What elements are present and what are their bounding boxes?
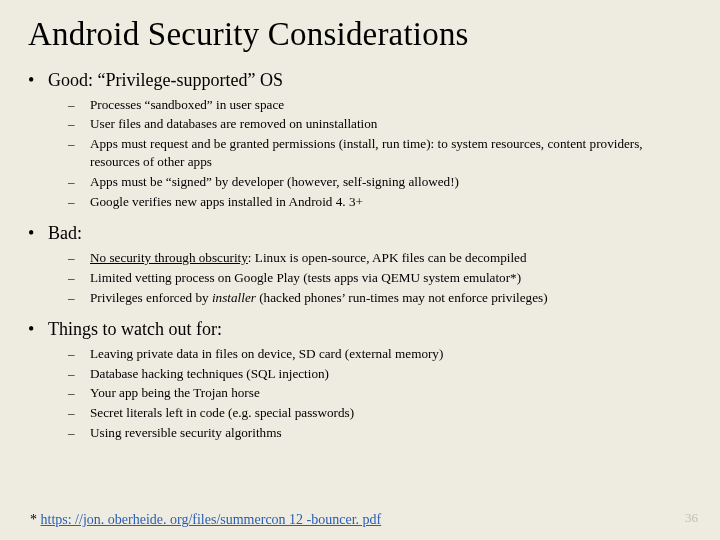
bullet-icon: • xyxy=(28,224,48,242)
list-item: –Using reversible security algorithms xyxy=(68,424,692,444)
list-item: –No security through obscurity: Linux is… xyxy=(68,249,692,269)
sub-list: –No security through obscurity: Linux is… xyxy=(68,249,692,308)
footnote-prefix: * xyxy=(30,512,41,527)
list-item: –Apps must request and be granted permis… xyxy=(68,135,692,173)
item-text: User files and databases are removed on … xyxy=(90,115,377,133)
dash-icon: – xyxy=(68,290,90,306)
list-item: –Apps must be “signed” by developer (how… xyxy=(68,173,692,193)
bullet-icon: • xyxy=(28,71,48,89)
dash-icon: – xyxy=(68,116,90,132)
list-item: –Google verifies new apps installed in A… xyxy=(68,193,692,213)
item-text: Leaving private data in files on device,… xyxy=(90,345,443,363)
dash-icon: – xyxy=(68,97,90,113)
section-good: • Good: “Privilege-supported” OS –Proces… xyxy=(28,69,692,212)
item-text: No security through obscurity: Linux is … xyxy=(90,249,527,267)
item-text: Using reversible security algorithms xyxy=(90,424,282,442)
dash-icon: – xyxy=(68,385,90,401)
section-heading: Bad: xyxy=(48,222,82,245)
slide-title: Android Security Considerations xyxy=(28,16,692,53)
dash-icon: – xyxy=(68,425,90,441)
item-text: Limited vetting process on Google Play (… xyxy=(90,269,521,287)
list-item: –Limited vetting process on Google Play … xyxy=(68,269,692,289)
italic-text: installer xyxy=(212,290,256,305)
dash-icon: – xyxy=(68,405,90,421)
sub-list: –Leaving private data in files on device… xyxy=(68,345,692,444)
list-item: –Database hacking techniques (SQL inject… xyxy=(68,365,692,385)
item-text: Database hacking techniques (SQL injecti… xyxy=(90,365,329,383)
item-text: Apps must be “signed” by developer (howe… xyxy=(90,173,459,191)
section-bad: • Bad: –No security through obscurity: L… xyxy=(28,222,692,308)
item-text: Secret literals left in code (e.g. speci… xyxy=(90,404,354,422)
bullet-icon: • xyxy=(28,320,48,338)
dash-icon: – xyxy=(68,136,90,152)
item-text: Processes “sandboxed” in user space xyxy=(90,96,284,114)
page-number: 36 xyxy=(685,510,698,526)
list-item: –Leaving private data in files on device… xyxy=(68,345,692,365)
dash-icon: – xyxy=(68,250,90,266)
list-item: –User files and databases are removed on… xyxy=(68,115,692,135)
item-text: Privileges enforced by installer (hacked… xyxy=(90,289,548,307)
list-item: –Your app being the Trojan horse xyxy=(68,384,692,404)
dash-icon: – xyxy=(68,174,90,190)
item-text: Google verifies new apps installed in An… xyxy=(90,193,363,211)
bullet-list: • Good: “Privilege-supported” OS –Proces… xyxy=(28,69,692,444)
dash-icon: – xyxy=(68,194,90,210)
section-watch: • Things to watch out for: –Leaving priv… xyxy=(28,318,692,444)
list-item: –Secret literals left in code (e.g. spec… xyxy=(68,404,692,424)
dash-icon: – xyxy=(68,366,90,382)
slide: Android Security Considerations • Good: … xyxy=(0,0,720,540)
dash-icon: – xyxy=(68,346,90,362)
footnote-link[interactable]: https: //jon. oberheide. org/files/summe… xyxy=(41,512,382,527)
underlined-text: No security through obscurity xyxy=(90,250,248,265)
section-heading: Things to watch out for: xyxy=(48,318,222,341)
dash-icon: – xyxy=(68,270,90,286)
item-text: Apps must request and be granted permiss… xyxy=(90,135,692,171)
item-text: Your app being the Trojan horse xyxy=(90,384,260,402)
list-item: –Processes “sandboxed” in user space xyxy=(68,96,692,116)
section-heading: Good: “Privilege-supported” OS xyxy=(48,69,283,92)
sub-list: –Processes “sandboxed” in user space –Us… xyxy=(68,96,692,213)
list-item: –Privileges enforced by installer (hacke… xyxy=(68,289,692,309)
footnote: * https: //jon. oberheide. org/files/sum… xyxy=(30,512,381,528)
